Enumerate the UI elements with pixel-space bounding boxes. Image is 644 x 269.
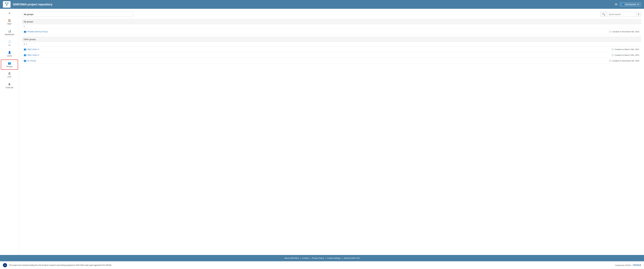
group-users-icon-zz: 👥 [24, 59, 26, 62]
sidebar-item-users[interactable]: 👤 Users [1, 49, 18, 59]
search-bar: 🔍 ▼ [22, 12, 641, 17]
footer-funding-info: ★ This project has received funding from… [3, 263, 112, 267]
group-row-wp4: 👥 Wp4 Users ℹ 🕐 Created on March 10th, 2… [22, 52, 641, 58]
group-users-icon-wp4: 👥 [24, 54, 26, 56]
clock-icon: 🕐 [609, 30, 611, 33]
group-meta-wp3: 🕐 Created on March 10th, 2021 [611, 48, 639, 50]
logo-icon [4, 2, 10, 7]
group-link-wp4[interactable]: 👥 Wp4 Users ℹ [24, 54, 611, 56]
search-input[interactable] [22, 12, 133, 17]
header-actions: ✉ 👤 dummyuser ▼ [615, 2, 641, 6]
mail-icon[interactable]: ✉ [615, 3, 617, 6]
other-groups-section: Other groups 1 2 👥 Wp3 Users ℹ 🕐 Created… [22, 37, 641, 64]
search-button[interactable]: 🔍 [600, 12, 607, 17]
sidebar-label-ai: AI [8, 44, 10, 46]
content-area: 🔍 ▼ My groups 1 👥 Private Dummy Group 🕐 [19, 9, 644, 255]
svg-line-8 [7, 3, 8, 5]
group-meta-private-dummy: 🕐 Created on November 6th, 2023 [609, 30, 639, 33]
eu-logo: ★ [3, 263, 7, 267]
quick-search-dropdown-button[interactable]: ▼ [636, 12, 641, 16]
sidebar: ≡ 🏠 Main 📊 Dashboard 📄 AI 👤 Users 👥 Grou… [0, 9, 19, 255]
sidebar-label-dashboard: Dashboard [5, 33, 14, 35]
my-groups-title: My groups [24, 20, 33, 23]
other-groups-header: Other groups [22, 37, 641, 42]
logo [3, 1, 10, 7]
svg-point-4 [8, 3, 8, 3]
clock-icon-wp4: 🕐 [611, 54, 614, 56]
footer-link-api[interactable]: Sinfonia REST API [344, 257, 360, 259]
footer-bottom: ★ This project has received funding from… [0, 261, 644, 269]
other-groups-title: Other groups [24, 38, 36, 40]
ai-icon: 📄 [8, 40, 11, 43]
footer-links-bar: About SINFONIA | Contact | Privacy Polic… [0, 255, 644, 261]
sidebar-item-ai[interactable]: 📄 AI [1, 38, 18, 48]
group-row-wp3: 👥 Wp3 Users ℹ 🕐 Created on March 10th, 2… [22, 46, 641, 52]
other-groups-pagination: 1 2 [22, 42, 641, 46]
info-icon-wp3[interactable]: ℹ [38, 48, 39, 50]
group-name-wp4: Wp4 Users [27, 54, 38, 56]
sidebar-item-dashboard[interactable]: 📊 Dashboard [1, 27, 18, 38]
hamburger-icon: ≡ [9, 12, 10, 15]
my-groups-header: My groups [22, 19, 641, 24]
svg-line-7 [6, 3, 6, 5]
username-label: dummyuser [625, 3, 636, 5]
sidebar-item-ftp[interactable]: 🗄 FTP [1, 70, 18, 80]
sidebar-item-main[interactable]: 🏠 Main [1, 17, 18, 27]
group-meta-zz: 🕐 Created on November 6th, 2023 [609, 60, 639, 62]
footer-link-about[interactable]: About SINFONIA [284, 257, 299, 259]
footer-link-privacy[interactable]: Privacy Policy [312, 257, 324, 259]
info-icon-wp4[interactable]: ℹ [38, 54, 39, 56]
sidebar-label-trash: Trash bin [6, 86, 14, 89]
user-menu-button[interactable]: 👤 dummyuser ▼ [620, 2, 641, 6]
main-layout: ≡ 🏠 Main 📊 Dashboard 📄 AI 👤 Users 👥 Grou… [0, 9, 644, 255]
svg-point-5 [6, 5, 7, 5]
group-meta-wp4: 🕐 Created on March 10th, 2021 [611, 54, 639, 56]
cesga-logo: CESGA [633, 264, 641, 266]
quick-search-input[interactable] [607, 12, 636, 17]
group-users-icon-wp3: 👥 [24, 48, 26, 51]
group-users-icon: 👥 [24, 30, 26, 33]
group-link-wp3[interactable]: 👥 Wp3 Users ℹ [24, 48, 611, 51]
sidebar-label-users: Users [7, 55, 12, 57]
group-name-label: Private Dummy Group [27, 30, 48, 33]
my-groups-pagination: 1 [22, 24, 641, 29]
user-icon: 👤 [622, 3, 624, 5]
group-link-zz[interactable]: 👥 Zz Group [24, 59, 609, 62]
group-link-private-dummy[interactable]: 👥 Private Dummy Group [24, 30, 609, 33]
svg-point-3 [6, 3, 6, 3]
quick-search-container: 🔍 ▼ [600, 12, 641, 17]
footer: About SINFONIA | Contact | Privacy Polic… [0, 255, 644, 269]
footer-link-cookies[interactable]: Cookie Settings [327, 257, 340, 259]
group-created-wp3: Created on March 10th, 2021 [614, 48, 639, 50]
my-groups-page-1[interactable]: 1 [24, 25, 25, 27]
app-title: SINFONIA project repository [13, 3, 615, 6]
clock-icon-wp3: 🕐 [611, 48, 614, 50]
other-groups-page-1[interactable]: 1 [24, 43, 25, 45]
clock-icon-zz: 🕐 [609, 60, 611, 62]
groups-icon: 👥 [8, 62, 11, 65]
group-created-zz: Created on November 6th, 2023 [612, 60, 639, 62]
users-icon: 👤 [8, 51, 11, 54]
group-name-wp3: Wp3 Users [27, 48, 38, 50]
dashboard-icon: 📊 [8, 29, 11, 33]
group-row-zz: 👥 Zz Group 🕐 Created on November 6th, 20… [22, 58, 641, 64]
footer-funding-text: This project has received funding from t… [9, 264, 112, 266]
group-name-zz: Zz Group [27, 59, 36, 62]
home-icon: 🏠 [8, 19, 11, 22]
sidebar-item-trash[interactable]: 🗑 Trash bin [1, 81, 18, 91]
my-groups-section: My groups 1 👥 Private Dummy Group 🕐 Crea… [22, 19, 641, 34]
group-row-private-dummy: 👥 Private Dummy Group 🕐 Created on Novem… [22, 29, 641, 34]
sidebar-label-main: Main [7, 23, 12, 25]
user-dropdown-arrow: ▼ [637, 3, 639, 5]
group-created-wp4: Created on March 10th, 2021 [614, 54, 639, 56]
sidebar-item-groups[interactable]: 👥 Groups [1, 59, 18, 70]
sidebar-hamburger[interactable]: ≡ [1, 10, 18, 16]
header: SINFONIA project repository ✉ 👤 dummyuse… [0, 0, 644, 9]
group-created-label: Created on November 6th, 2023 [612, 30, 639, 33]
other-groups-page-2[interactable]: 2 [26, 43, 27, 45]
ftp-icon: 🗄 [8, 72, 11, 75]
footer-link-contact[interactable]: Contact [302, 257, 309, 259]
footer-powered-by: Powered by CESGA CESGA [615, 264, 641, 267]
powered-by-label: Powered by CESGA [615, 264, 631, 266]
sidebar-label-ftp: FTP [8, 76, 11, 78]
